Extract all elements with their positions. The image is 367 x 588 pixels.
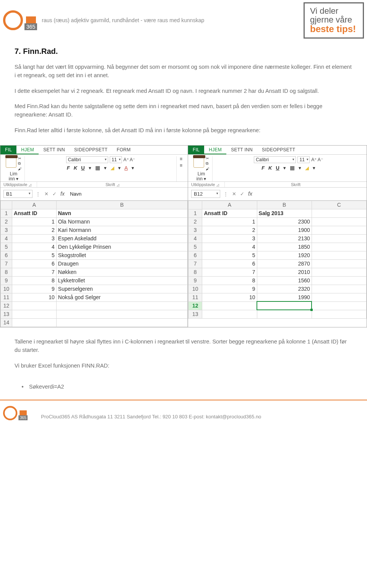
cut-icon[interactable]: [206, 156, 209, 160]
group-label: Skrift: [106, 182, 115, 187]
logo-o-icon: [3, 10, 23, 30]
formula-bar[interactable]: Navn: [70, 191, 81, 197]
group-label: Utklippstavle: [191, 182, 215, 187]
footer-text: ProCloud365 AS Rådhusgata 11 3211 Sandef…: [41, 414, 261, 420]
group-label: Skrift: [291, 182, 300, 187]
paragraph: Tallene i regnearket til høyre skal flyt…: [15, 337, 352, 355]
tab-settinn[interactable]: SETT INN: [226, 146, 257, 154]
tab-fil[interactable]: FIL: [0, 146, 16, 154]
logo-365-text: 365: [24, 23, 37, 30]
font-color-icon[interactable]: A: [125, 165, 128, 171]
logo-365-block: 365: [24, 16, 37, 30]
align-icon[interactable]: ≡: [180, 163, 182, 168]
excel-right: FIL HJEM SETT INN SIDEOPPSETT: [188, 145, 367, 327]
fill-color-icon[interactable]: ◢: [305, 165, 309, 171]
bold-button[interactable]: F: [67, 165, 70, 171]
logo-365-text: 365: [18, 415, 28, 420]
cancel-icon[interactable]: ✕: [232, 191, 236, 197]
italic-button[interactable]: K: [74, 165, 77, 171]
tab-hjem[interactable]: HJEM: [16, 146, 39, 154]
tab-settinn[interactable]: SETT INN: [39, 146, 70, 154]
font-name-select[interactable]: Calibri: [254, 156, 296, 163]
tab-sideoppsett[interactable]: SIDEOPPSETT: [257, 146, 300, 154]
bold-button[interactable]: F: [261, 165, 265, 171]
paragraph: Finn.Rad leter alltid i første kolonne, …: [15, 126, 352, 134]
ribbon-labels: Utklippstavle◿ Skrift◿: [0, 182, 188, 188]
footer: 365 ProCloud365 AS Rådhusgata 11 3211 Sa…: [0, 400, 367, 423]
align-icon[interactable]: ≡: [180, 156, 182, 162]
format-painter-icon[interactable]: [18, 167, 21, 171]
paragraph: Så langt har det vært litt oppvarming. N…: [15, 63, 352, 80]
bullet-item: Søkeverdi=A2: [21, 384, 352, 390]
dropdown-icon[interactable]: ▾: [89, 165, 91, 171]
excel-screenshots: FIL HJEM SETT INN SIDEOPPSETT FORM: [0, 145, 367, 327]
content-body-2: Tallene i regnearket til høyre skal flyt…: [0, 327, 367, 381]
enter-icon[interactable]: ✓: [52, 191, 57, 197]
borders-icon[interactable]: ▦: [95, 165, 100, 171]
copy-icon[interactable]: [206, 161, 209, 166]
logo-square-icon: [26, 16, 36, 23]
tagline: raus (ræus) adjektiv gavmild, rundhåndet…: [42, 17, 204, 23]
font-size-select[interactable]: 11: [297, 156, 310, 163]
font-name-select[interactable]: Calibri: [66, 156, 108, 163]
dropdown-icon[interactable]: ▾: [104, 165, 107, 171]
logo-square-icon: [19, 410, 27, 415]
content-body: 7. Finn.Rad. Så langt har det vært litt …: [0, 39, 367, 146]
tips-line1a: Vi deler: [310, 6, 356, 15]
underline-button[interactable]: U: [276, 165, 279, 171]
sheet-grid-left[interactable]: AB1Ansatt IDNavn21Ola Normann32Kari Norm…: [0, 201, 188, 327]
group-label: Utklippstavle: [3, 182, 27, 187]
italic-button[interactable]: K: [268, 165, 272, 171]
dropdown-icon[interactable]: ▾: [132, 165, 134, 171]
ribbon: Lim inn ▾ Calibri 11 A⁺ A⁻ F K U ▾: [0, 155, 188, 181]
paste-icon[interactable]: [6, 156, 16, 168]
logo-365-block: 365: [18, 410, 28, 420]
clipboard-group: Lim inn ▾: [3, 156, 25, 181]
paste-label: Lim inn ▾: [196, 172, 206, 181]
excel-left: FIL HJEM SETT INN SIDEOPPSETT FORM: [0, 145, 188, 327]
ribbon-tabs: FIL HJEM SETT INN SIDEOPPSETT FORM: [0, 146, 188, 155]
ribbon-labels: Utklippstavle◿ Skrift: [188, 182, 367, 188]
divider-icon: ⋮: [36, 191, 41, 197]
font-size-select[interactable]: 11: [110, 156, 122, 163]
bullet-list: Søkeverdi=A2: [0, 381, 367, 392]
font-grow-shrink[interactable]: A⁺ A⁻: [311, 157, 323, 162]
tab-hjem[interactable]: HJEM: [204, 146, 226, 154]
underline-button[interactable]: U: [81, 165, 84, 171]
font-grow-shrink[interactable]: A⁺ A⁻: [123, 157, 135, 162]
sheet-grid-right[interactable]: ABC1Ansatt IDSalg 2013212300321900432130…: [188, 201, 367, 319]
name-box[interactable]: B1: [3, 190, 32, 198]
dropdown-icon[interactable]: ▾: [283, 165, 286, 171]
fill-color-icon[interactable]: ◢: [110, 165, 114, 171]
divider-icon: ⋮: [223, 191, 228, 197]
fx-icon[interactable]: fx: [248, 191, 252, 197]
cut-icon[interactable]: [18, 156, 21, 160]
paste-icon[interactable]: [193, 156, 204, 168]
paragraph: I dette eksempelet har vi 2 regneark. Et…: [15, 87, 352, 95]
tips-line2: beste tips!: [310, 24, 356, 34]
logo: 365: [3, 10, 37, 30]
dropdown-icon[interactable]: ▾: [118, 165, 121, 171]
tips-line1b: gjerne våre: [310, 15, 356, 24]
logo-o-icon: [3, 406, 17, 420]
enter-icon[interactable]: ✓: [240, 191, 244, 197]
tab-fil[interactable]: FIL: [188, 146, 204, 154]
page: 365 raus (ræus) adjektiv gavmild, rundhå…: [0, 0, 367, 423]
header: 365 raus (ræus) adjektiv gavmild, rundhå…: [0, 0, 367, 39]
clipboard-mini-icons: [206, 156, 209, 171]
dropdown-icon[interactable]: ▾: [313, 165, 315, 171]
tab-form[interactable]: FORM: [112, 146, 135, 154]
cancel-icon[interactable]: ✕: [44, 191, 49, 197]
ribbon: Lim inn ▾ Calibri 11 A⁺ A⁻ F K U ▾: [188, 155, 367, 181]
align-group: ≡ ≡: [177, 156, 185, 181]
copy-icon[interactable]: [18, 161, 21, 166]
footer-logo: 365: [3, 406, 28, 420]
name-box[interactable]: B12: [191, 190, 220, 198]
fx-icon[interactable]: fx: [60, 191, 65, 197]
tab-sideoppsett[interactable]: SIDEOPPSETT: [70, 146, 112, 154]
dropdown-icon[interactable]: ▾: [299, 165, 301, 171]
format-painter-icon[interactable]: [206, 167, 209, 171]
font-group: Calibri 11 A⁺ A⁻ F K U ▾ ▦ ▾ ◢ ▾: [213, 156, 364, 181]
borders-icon[interactable]: ▦: [290, 165, 295, 171]
font-group: Calibri 11 A⁺ A⁻ F K U ▾ ▦ ▾ ◢ ▾ A: [25, 156, 177, 181]
